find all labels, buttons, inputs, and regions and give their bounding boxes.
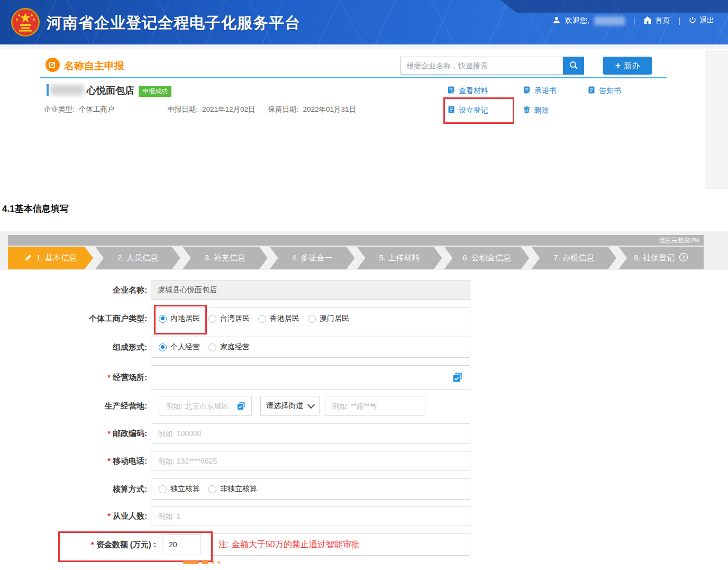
radio-icon bbox=[308, 315, 316, 323]
cutoff-orange-fragment bbox=[183, 561, 199, 564]
type-value: 个体工商户 bbox=[79, 105, 115, 114]
pencil-icon bbox=[24, 254, 32, 263]
radio-individual-operation[interactable]: 个人经营 bbox=[159, 342, 200, 352]
page-gutter bbox=[705, 50, 728, 189]
delete-link[interactable]: 删除 bbox=[523, 105, 549, 115]
section-title: 名称自主申报 bbox=[64, 59, 124, 73]
address-picker-icon[interactable] bbox=[451, 371, 464, 386]
company-name: 心悦面包店 bbox=[87, 84, 134, 97]
header-dark-band bbox=[501, 0, 728, 13]
accounting-method-group: 独立核算 非独立核算 bbox=[151, 478, 470, 500]
household-type-label: 个体工商户类型: bbox=[0, 307, 147, 330]
postal-code-label: *邮政编码: bbox=[0, 423, 147, 444]
wizard-step-7[interactable]: 7. 办税信息 bbox=[531, 247, 616, 269]
new-application-button[interactable]: + 新办 bbox=[603, 57, 652, 75]
road-number-input[interactable] bbox=[325, 396, 425, 416]
commitment-letter-link[interactable]: 承诺书 bbox=[523, 86, 557, 96]
chevron-right-circle-icon bbox=[679, 252, 688, 264]
item-meta: 企业类型: 个体工商户 申报日期: 2021年12月02日 保留日期: 2022… bbox=[44, 105, 356, 114]
wizard-step-2[interactable]: 2. 人员信息 bbox=[95, 247, 180, 269]
district-picker-icon[interactable] bbox=[236, 401, 247, 413]
search-icon bbox=[569, 60, 578, 71]
required-star: * bbox=[107, 429, 111, 438]
completeness-bar: 信息完整度0% bbox=[8, 235, 704, 246]
divider: | bbox=[633, 16, 635, 25]
cutoff-orange-fragment bbox=[202, 561, 208, 564]
logout-link[interactable]: 退出 bbox=[689, 16, 714, 25]
capital-note-text: 注: 金额大于50万的禁止通过智能审批 bbox=[219, 539, 360, 550]
document-edit-icon bbox=[523, 86, 531, 96]
declare-date-value: 2021年12月02日 bbox=[202, 105, 256, 114]
radio-independent-accounting[interactable]: 独立核算 bbox=[159, 484, 200, 494]
accounting-method-label: 核算方式: bbox=[0, 478, 147, 500]
wizard-step-4[interactable]: 4. 多证合一 bbox=[270, 247, 355, 269]
plus-icon: + bbox=[615, 61, 621, 70]
radio-hongkong-resident[interactable]: 香港居民 bbox=[258, 314, 299, 323]
header-shadow-band bbox=[0, 44, 728, 49]
radio-icon bbox=[208, 485, 216, 493]
divider: | bbox=[678, 16, 680, 25]
cutoff-orange-fragment bbox=[212, 561, 214, 564]
type-label: 企业类型: bbox=[44, 105, 75, 114]
radio-taiwan-resident[interactable]: 台湾居民 bbox=[208, 314, 250, 323]
redacted-company-prefix bbox=[50, 85, 84, 95]
trash-icon bbox=[523, 105, 531, 115]
annotation-box-setup-registration bbox=[443, 97, 514, 124]
platform-title: 河南省企业登记全程电子化服务平台 bbox=[47, 13, 301, 34]
wizard-step-8[interactable]: 8. 社保登记 bbox=[618, 247, 704, 269]
wizard-step-5[interactable]: 5. 上传材料 bbox=[357, 247, 442, 269]
required-star: * bbox=[107, 511, 111, 520]
home-icon bbox=[643, 16, 652, 25]
completeness-text: 信息完整度0% bbox=[659, 236, 699, 245]
staff-count-input[interactable] bbox=[151, 506, 470, 526]
wizard-step-6[interactable]: 6. 公积金信息 bbox=[444, 247, 529, 269]
item-bottom-divider bbox=[40, 122, 667, 122]
national-emblem-logo bbox=[11, 7, 40, 39]
notification-letter-link[interactable]: 告知书 bbox=[587, 86, 621, 96]
search-button[interactable] bbox=[563, 57, 584, 75]
search-input[interactable] bbox=[401, 57, 563, 75]
mobile-phone-input[interactable] bbox=[151, 451, 470, 471]
chevron-down-icon bbox=[307, 401, 315, 409]
radio-icon bbox=[159, 485, 167, 493]
business-place-label: *经营场所: bbox=[0, 365, 147, 390]
wizard-step-1[interactable]: 1. 基本信息 bbox=[8, 247, 93, 269]
document-icon bbox=[587, 86, 596, 96]
capital-note-box: 注: 金额大于50万的禁止通过智能审批 bbox=[211, 533, 470, 556]
view-materials-link[interactable]: 查看材料 bbox=[447, 86, 488, 96]
street-select[interactable]: 请选择街道 bbox=[260, 396, 320, 416]
radio-non-independent-accounting[interactable]: 非独立核算 bbox=[208, 484, 257, 494]
mobile-phone-label: *移动电话: bbox=[0, 451, 147, 471]
radio-family-operation[interactable]: 家庭经营 bbox=[208, 342, 250, 352]
annotation-box-mainland-resident bbox=[154, 305, 207, 334]
wizard-step-3[interactable]: 3. 补充信息 bbox=[183, 247, 268, 269]
declare-date-label: 申报日期: bbox=[167, 105, 198, 114]
radio-icon bbox=[208, 315, 216, 323]
header-user-bar: 欢迎您, | 首页 | 退出 bbox=[553, 16, 714, 25]
postal-code-input[interactable] bbox=[151, 423, 470, 444]
radio-icon bbox=[208, 343, 216, 351]
company-name-input bbox=[151, 281, 470, 300]
org-form-label: 组成形式: bbox=[0, 337, 147, 358]
radio-selected-icon bbox=[159, 343, 167, 351]
section-icon bbox=[46, 58, 60, 72]
business-place-input[interactable] bbox=[151, 365, 470, 390]
production-place-label: 生产经营地: bbox=[0, 396, 147, 416]
section-underline bbox=[40, 77, 667, 78]
user-icon bbox=[553, 16, 560, 25]
redacted-username bbox=[594, 16, 625, 25]
cutoff-orange-fragment bbox=[217, 561, 220, 564]
radio-icon bbox=[258, 315, 266, 323]
power-icon bbox=[689, 16, 696, 25]
doc-heading: 4.1基本信息填写 bbox=[2, 203, 69, 215]
home-link[interactable]: 首页 bbox=[643, 16, 670, 25]
status-badge: 申报成功 bbox=[139, 86, 171, 97]
keep-date-label: 保留日期: bbox=[268, 105, 299, 114]
item-accent-bar bbox=[47, 84, 49, 96]
wizard-steps: 1. 基本信息 2. 人员信息 3. 补充信息 4. 多证合一 5. 上传材料 … bbox=[8, 247, 704, 269]
company-name-label: 企业名称: bbox=[0, 281, 147, 300]
radio-macau-resident[interactable]: 澳门居民 bbox=[308, 314, 349, 323]
required-star: * bbox=[107, 456, 111, 465]
document-edit-icon bbox=[447, 86, 456, 96]
staff-count-label: *从业人数: bbox=[0, 506, 147, 526]
